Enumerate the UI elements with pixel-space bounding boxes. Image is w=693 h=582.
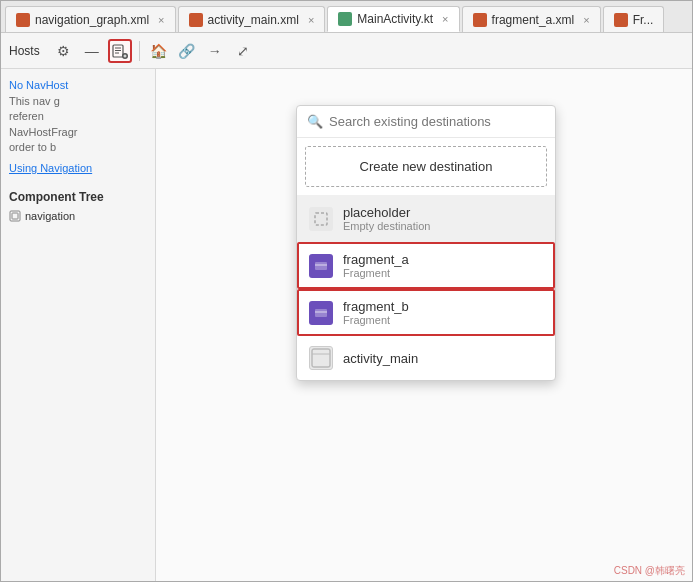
fragment-b-name: fragment_b <box>343 299 409 314</box>
description-text: This nav g referen NavHostFragr order to… <box>9 94 147 156</box>
using-navigation-link[interactable]: Using Navigation <box>9 162 147 174</box>
tab-label-main-activity: MainActivity.kt <box>357 12 433 26</box>
main-window: navigation_graph.xml × activity_main.xml… <box>0 0 693 582</box>
toolbar: Hosts ⚙ — 🏠 🔗 → ⤢ <box>1 33 692 69</box>
tree-icon <box>9 210 21 222</box>
navigation-item-label: navigation <box>25 210 75 222</box>
this-text: This nav g <box>9 95 60 107</box>
dest-item-fragment-b[interactable]: fragment_b Fragment <box>297 289 555 336</box>
tab-label-activity-main: activity_main.xml <box>208 13 299 27</box>
dest-item-activity-main[interactable]: activity_main <box>297 336 555 380</box>
component-tree-label: Component Tree <box>9 190 147 204</box>
dropdown-popup: 🔍 Create new destination placeholder <box>296 105 556 381</box>
activity-main-info: activity_main <box>343 351 418 366</box>
tab-icon-fragment-a <box>473 13 487 27</box>
tab-label-fragment-a: fragment_a.xml <box>492 13 575 27</box>
link-button[interactable]: 🔗 <box>175 39 199 63</box>
search-box: 🔍 <box>297 106 555 138</box>
minus-button[interactable]: — <box>80 39 104 63</box>
tab-nav-graph[interactable]: navigation_graph.xml × <box>5 6 176 32</box>
placeholder-name: placeholder <box>343 205 430 220</box>
fragment-a-svg <box>314 261 328 271</box>
no-navhost-text: No NavHost <box>9 79 147 91</box>
tab-activity-main[interactable]: activity_main.xml × <box>178 6 326 32</box>
fragment-b-info: fragment_b Fragment <box>343 299 409 326</box>
fragment-b-svg <box>314 308 328 318</box>
home-button[interactable]: 🏠 <box>147 39 171 63</box>
create-new-destination-button[interactable]: Create new destination <box>305 146 547 187</box>
component-tree-section: Component Tree navigation <box>9 190 147 222</box>
fragment-a-info: fragment_a Fragment <box>343 252 409 279</box>
hosts-label: Hosts <box>9 44 40 58</box>
tree-item-navigation: navigation <box>9 210 147 222</box>
tab-fragment-a[interactable]: fragment_a.xml × <box>462 6 601 32</box>
add-destination-button[interactable] <box>108 39 132 63</box>
activity-main-icon <box>309 346 333 370</box>
fragment-a-name: fragment_a <box>343 252 409 267</box>
search-icon: 🔍 <box>307 114 323 129</box>
tab-close-main-activity[interactable]: × <box>442 13 448 25</box>
svg-rect-16 <box>315 309 327 317</box>
center-area: Click to add a destination 🔍 C <box>156 69 692 581</box>
tab-close-fragment-a[interactable]: × <box>583 14 589 26</box>
tab-main-activity[interactable]: MainActivity.kt × <box>327 6 459 32</box>
create-new-label: Create new destination <box>360 159 493 174</box>
placeholder-info: placeholder Empty destination <box>343 205 430 232</box>
tab-icon-fragment-b <box>614 13 628 27</box>
add-dest-icon <box>112 43 128 59</box>
fragment-a-type: Fragment <box>343 267 409 279</box>
dest-item-placeholder[interactable]: placeholder Empty destination <box>297 195 555 242</box>
placeholder-svg <box>313 211 329 227</box>
navhost-frag-text: NavHostFragr <box>9 126 77 138</box>
fit-button[interactable]: ⤢ <box>231 39 255 63</box>
svg-rect-18 <box>312 349 330 367</box>
tab-icon-main-activity <box>338 12 352 26</box>
arrow-button[interactable]: → <box>203 39 227 63</box>
main-area: No NavHost This nav g referen NavHostFra… <box>1 69 692 581</box>
tab-bar: navigation_graph.xml × activity_main.xml… <box>1 1 692 33</box>
watermark: CSDN @韩曙亮 <box>614 564 685 578</box>
activity-main-name: activity_main <box>343 351 418 366</box>
tab-icon-nav-graph <box>16 13 30 27</box>
fragment-a-icon <box>309 254 333 278</box>
tab-close-activity-main[interactable]: × <box>308 14 314 26</box>
tab-fragment-b[interactable]: Fr... <box>603 6 665 32</box>
left-panel: No NavHost This nav g referen NavHostFra… <box>1 69 156 581</box>
order-text: order to b <box>9 141 56 153</box>
toolbar-separator-1 <box>139 41 140 61</box>
search-input[interactable] <box>329 114 545 129</box>
tab-label-fragment-b: Fr... <box>633 13 654 27</box>
placeholder-type: Empty destination <box>343 220 430 232</box>
placeholder-icon <box>309 207 333 231</box>
svg-rect-14 <box>315 262 327 270</box>
gear-button[interactable]: ⚙ <box>52 39 76 63</box>
dest-item-fragment-a[interactable]: fragment_a Fragment <box>297 242 555 289</box>
fragment-b-type: Fragment <box>343 314 409 326</box>
tab-close-nav-graph[interactable]: × <box>158 14 164 26</box>
svg-rect-8 <box>12 213 18 219</box>
activity-main-svg <box>310 347 332 369</box>
referen-text: referen <box>9 110 44 122</box>
tab-icon-activity-main <box>189 13 203 27</box>
tab-label-nav-graph: navigation_graph.xml <box>35 13 149 27</box>
fragment-b-icon <box>309 301 333 325</box>
svg-rect-13 <box>315 213 327 225</box>
